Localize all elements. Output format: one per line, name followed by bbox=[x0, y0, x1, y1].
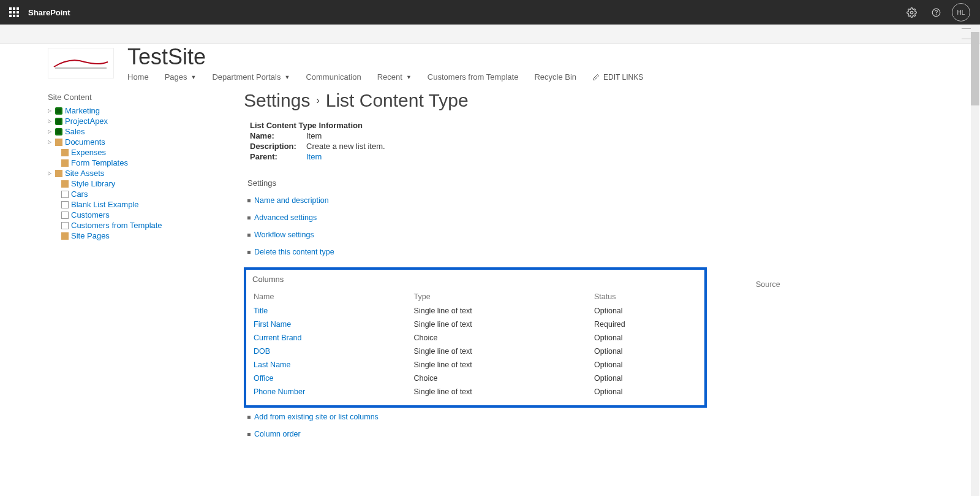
column-status: Optional bbox=[594, 372, 697, 384]
sidebar-item[interactable]: Customers from Template bbox=[48, 220, 232, 231]
link-column-order[interactable]: Column order bbox=[254, 430, 301, 438]
table-row: Last NameSingle line of textOptional bbox=[254, 359, 697, 371]
list-icon bbox=[61, 201, 69, 208]
info-parent-link[interactable]: Item bbox=[306, 152, 322, 161]
avatar[interactable]: HL bbox=[952, 3, 970, 21]
column-type: Single line of text bbox=[414, 386, 593, 398]
info-desc-label: Description: bbox=[250, 142, 298, 151]
column-status: Optional bbox=[594, 332, 697, 344]
brand-label[interactable]: SharePoint bbox=[28, 8, 70, 17]
sidebar-item[interactable]: ▷Sales bbox=[48, 126, 232, 137]
nav-communication[interactable]: Communication bbox=[306, 72, 361, 82]
sidebar-item-label: ProjectApex bbox=[65, 116, 108, 126]
sidebar-item[interactable]: Blank List Example bbox=[48, 199, 232, 210]
chevron-down-icon: ▼ bbox=[191, 74, 197, 80]
column-type: Single line of text bbox=[414, 305, 593, 317]
list-icon bbox=[61, 191, 69, 198]
sidebar-item[interactable]: Site Pages bbox=[48, 231, 232, 241]
sidebar-item[interactable]: Customers bbox=[48, 210, 232, 220]
nav-recycle-bin[interactable]: Recycle Bin bbox=[534, 72, 576, 82]
site-title[interactable]: TestSite bbox=[127, 44, 643, 70]
bullet-icon bbox=[247, 416, 251, 419]
sidebar-item-label: Documents bbox=[65, 137, 105, 147]
link-name-description[interactable]: Name and description bbox=[254, 196, 329, 205]
column-type: Single line of text bbox=[414, 359, 593, 371]
column-name-link[interactable]: First Name bbox=[254, 318, 413, 330]
nav-customers-template[interactable]: Customers from Template bbox=[428, 72, 519, 82]
lib-icon bbox=[55, 139, 62, 146]
col-header-name[interactable]: Name bbox=[254, 292, 413, 303]
link-workflow-settings[interactable]: Workflow settings bbox=[254, 231, 314, 239]
nav-home[interactable]: Home bbox=[127, 72, 149, 82]
sidebar-item[interactable]: Form Templates bbox=[48, 158, 232, 168]
column-name-link[interactable]: Phone Number bbox=[254, 386, 413, 398]
sidebar-item-label: Customers bbox=[71, 210, 110, 219]
sidebar-item-label: Site Pages bbox=[71, 231, 110, 240]
column-status: Optional bbox=[594, 345, 697, 357]
table-row: DOBSingle line of textOptional bbox=[254, 345, 697, 357]
column-status: Required bbox=[594, 318, 697, 330]
link-delete-content-type[interactable]: Delete this content type bbox=[254, 248, 334, 256]
breadcrumb-sep-icon: › bbox=[316, 95, 319, 106]
sidebar-item[interactable]: ▷ProjectApex bbox=[48, 116, 232, 126]
sidebar-item[interactable]: Expenses bbox=[48, 147, 232, 158]
tree-caret-icon: ▷ bbox=[48, 139, 53, 145]
scrollbar[interactable] bbox=[971, 25, 979, 447]
bullet-icon bbox=[247, 199, 251, 202]
columns-heading: Columns bbox=[252, 275, 698, 284]
sidebar-item[interactable]: ▷Documents bbox=[48, 137, 232, 147]
site-logo[interactable] bbox=[48, 48, 114, 78]
sidebar-item-label: Customers from Template bbox=[71, 221, 162, 230]
tree-caret-icon: ▷ bbox=[48, 129, 53, 134]
column-type: Single line of text bbox=[414, 345, 593, 357]
sidebar-item[interactable]: ▷Site Assets bbox=[48, 168, 232, 178]
link-add-existing-columns[interactable]: Add from existing site or list columns bbox=[254, 413, 379, 421]
table-row: TitleSingle line of textOptional bbox=[254, 305, 697, 317]
column-status: Optional bbox=[594, 386, 697, 398]
site-icon bbox=[55, 118, 62, 125]
info-desc-value: Create a new list item. bbox=[306, 142, 385, 151]
column-type: Choice bbox=[414, 372, 593, 384]
svg-point-2 bbox=[936, 14, 937, 15]
scroll-thumb[interactable] bbox=[971, 32, 979, 105]
link-advanced-settings[interactable]: Advanced settings bbox=[254, 213, 317, 222]
column-name-link[interactable]: Office bbox=[254, 372, 413, 384]
sidebar-item-label: Form Templates bbox=[71, 158, 128, 167]
column-name-link[interactable]: DOB bbox=[254, 345, 413, 357]
bullet-icon bbox=[247, 433, 251, 436]
help-icon[interactable] bbox=[927, 4, 944, 21]
col-header-source[interactable]: Source bbox=[756, 280, 780, 289]
left-nav-heading: Site Content bbox=[48, 93, 232, 102]
lib-icon bbox=[61, 159, 69, 167]
column-name-link[interactable]: Title bbox=[254, 305, 413, 317]
sidebar-item[interactable]: Cars bbox=[48, 189, 232, 199]
info-heading: List Content Type Information bbox=[250, 121, 956, 130]
list-icon bbox=[61, 222, 69, 229]
lib-icon bbox=[55, 170, 62, 177]
sidebar-item[interactable]: ▷Marketing bbox=[48, 105, 232, 116]
app-launcher-icon[interactable] bbox=[4, 2, 24, 23]
col-header-status[interactable]: Status bbox=[594, 292, 697, 303]
info-parent-label: Parent: bbox=[250, 152, 298, 161]
svg-point-0 bbox=[910, 11, 913, 13]
col-header-type[interactable]: Type bbox=[414, 292, 593, 303]
tree-caret-icon: ▷ bbox=[48, 108, 53, 113]
sidebar-item-label: Style Library bbox=[71, 179, 115, 188]
ribbon-strip bbox=[0, 25, 980, 44]
nav-pages[interactable]: Pages▼ bbox=[165, 72, 197, 82]
nav-department-portals[interactable]: Department Portals▼ bbox=[212, 72, 290, 82]
nav-recent[interactable]: Recent▼ bbox=[377, 72, 412, 82]
column-name-link[interactable]: Current Brand bbox=[254, 332, 413, 344]
pencil-icon bbox=[592, 74, 600, 81]
edit-links-button[interactable]: EDIT LINKS bbox=[592, 73, 643, 82]
suite-bar: SharePoint HL bbox=[0, 0, 980, 25]
column-status: Optional bbox=[594, 359, 697, 371]
column-type: Single line of text bbox=[414, 318, 593, 330]
breadcrumb-settings[interactable]: Settings bbox=[244, 90, 310, 111]
column-name-link[interactable]: Last Name bbox=[254, 359, 413, 371]
gear-icon[interactable] bbox=[903, 4, 920, 21]
sidebar-item[interactable]: Style Library bbox=[48, 178, 232, 189]
settings-heading: Settings bbox=[247, 178, 956, 188]
info-name-label: Name: bbox=[250, 131, 298, 140]
site-icon bbox=[55, 128, 62, 135]
